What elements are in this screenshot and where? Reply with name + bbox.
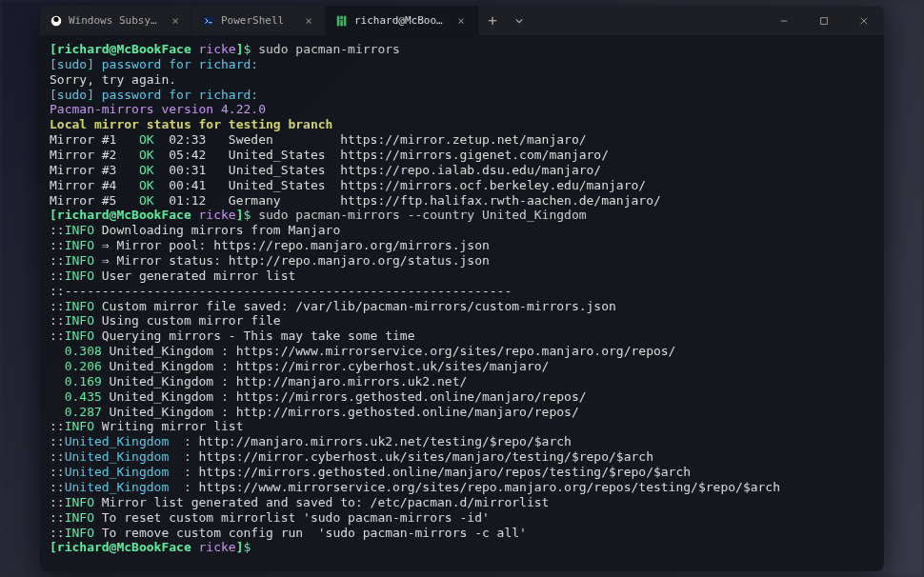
terminal-line: ::--------------------------------------… <box>50 284 874 299</box>
info-tag: INFO <box>65 223 94 237</box>
terminal-line: ::United_Kingdom : http://manjaro.mirror… <box>50 434 874 449</box>
mirror-ok: OK <box>139 193 154 208</box>
prompt-user-host: richard@McBookFace <box>57 540 191 554</box>
prompt-bracket: [ <box>50 42 57 56</box>
info-tag: INFO <box>65 510 94 525</box>
terminal-window: Windows Subsystem for Linux P × PowerShe… <box>40 6 884 571</box>
status-header: Local mirror status for testing branch <box>50 117 332 131</box>
titlebar: Windows Subsystem for Linux P × PowerShe… <box>40 6 884 36</box>
terminal-line: Sorry, try again. <box>50 72 874 88</box>
info-tag: INFO <box>65 299 94 313</box>
mirror-country: United_States <box>229 148 340 162</box>
terminal-line: Mirror #3 OK 00:31 United_States https:/… <box>50 163 874 178</box>
terminal-line: ::INFO Mirror list generated and saved t… <box>50 495 874 510</box>
prompt-dollar: $ <box>244 540 251 554</box>
terminal-line: 0.435 United_Kingdom : https://mirrors.g… <box>50 389 874 405</box>
info-tag: INFO <box>65 526 94 540</box>
terminal-line: [sudo] password for richard: <box>50 88 874 103</box>
close-icon[interactable]: × <box>169 14 182 28</box>
terminal-line: [richard@McBookFace ricke]$ sudo pacman-… <box>50 208 874 223</box>
svg-rect-4 <box>340 15 343 19</box>
prompt-bracket: [ <box>50 208 57 222</box>
mirror-num: Mirror #4 <box>50 178 139 192</box>
written-country: United_Kingdom <box>65 449 184 464</box>
tabs: Windows Subsystem for Linux P × PowerShe… <box>40 6 764 35</box>
terminal-line: ::INFO ⇒ Mirror status: http://repo.manj… <box>50 253 874 269</box>
svg-rect-5 <box>340 20 343 26</box>
terminal-line: ::INFO User generated mirror list <box>50 269 874 284</box>
terminal-line: 0.308 United_Kingdom : https://www.mirro… <box>50 344 874 359</box>
terminal-line: 0.206 United_Kingdom : https://mirror.cy… <box>50 359 874 374</box>
mirror-country: United_States <box>229 163 340 177</box>
info-tag: INFO <box>65 269 94 283</box>
written-country: United_Kingdom <box>65 434 184 448</box>
tux-icon <box>50 14 63 28</box>
terminal-line: [richard@McBookFace ricke]$ sudo pacman-… <box>50 42 874 57</box>
prompt-user-host: richard@McBookFace <box>57 208 191 222</box>
sudo-prompt: [sudo] password for richard: <box>50 88 258 102</box>
window-controls <box>764 6 884 35</box>
mirror-time: 02:33 <box>154 132 229 147</box>
tab-label: PowerShell <box>221 14 296 27</box>
svg-rect-3 <box>337 15 340 26</box>
tab-manjaro[interactable]: richard@McBookFace:/mnt/c/U × <box>326 6 478 35</box>
terminal-line: ::INFO Querying mirrors - This may take … <box>50 328 874 344</box>
mirror-ok: OK <box>139 148 154 162</box>
terminal-line: [richard@McBookFace ricke]$ <box>50 540 874 555</box>
tab-label: Windows Subsystem for Linux P <box>69 14 163 27</box>
query-time: 0.308 <box>65 344 102 358</box>
command: sudo pacman-mirrors --country United_Kin… <box>251 208 586 222</box>
prompt-bracket: ] <box>236 42 244 56</box>
mirror-num: Mirror #5 <box>50 193 139 208</box>
command: sudo pacman-mirrors <box>251 42 400 56</box>
terminal-line: ::INFO To remove custom config run 'sudo… <box>50 526 874 541</box>
query-time: 0.206 <box>65 359 102 373</box>
close-icon[interactable]: × <box>454 14 468 28</box>
mirror-ok: OK <box>139 132 154 147</box>
mirror-time: 01:12 <box>154 193 229 208</box>
close-button[interactable] <box>844 6 884 35</box>
terminal-line: Mirror #5 OK 01:12 Germany https://ftp.h… <box>50 193 874 209</box>
maximize-button[interactable] <box>804 6 844 35</box>
svg-rect-6 <box>344 15 347 26</box>
terminal-line: ::INFO Using custom mirror file <box>50 313 874 328</box>
svg-rect-7 <box>821 17 828 24</box>
query-time: 0.435 <box>65 389 102 404</box>
terminal-pane[interactable]: [richard@McBookFace ricke]$ sudo pacman-… <box>40 36 884 571</box>
mirror-time: 00:31 <box>154 163 229 177</box>
sudo-prompt: [sudo] password for richard: <box>50 57 258 71</box>
mirror-num: Mirror #3 <box>50 163 139 177</box>
terminal-line: ::INFO ⇒ Mirror pool: https://repo.manja… <box>50 238 874 253</box>
prompt-cwd: ricke <box>199 540 236 554</box>
terminal-line: 0.169 United_Kingdom : http://manjaro.mi… <box>50 374 874 389</box>
mirror-url: https://mirrors.gigenet.com/manjaro/ <box>340 148 609 162</box>
terminal-line: ::INFO Custom mirror file saved: /var/li… <box>50 299 874 314</box>
prompt-bracket: [ <box>50 540 57 554</box>
mirror-ok: OK <box>139 163 154 177</box>
minimize-button[interactable] <box>764 6 804 35</box>
tab-wsl[interactable]: Windows Subsystem for Linux P × <box>40 6 192 35</box>
terminal-line: ::INFO To reset custom mirrorlist 'sudo … <box>50 510 874 526</box>
mirror-url: https://mirror.zetup.net/manjaro/ <box>340 132 586 147</box>
sudo-error: Sorry, try again. <box>50 72 176 87</box>
mirror-num: Mirror #1 <box>50 132 139 147</box>
mirror-country: Sweden <box>229 132 340 147</box>
info-tag: INFO <box>65 419 94 433</box>
svg-point-1 <box>53 16 58 21</box>
tab-powershell[interactable]: PowerShell × <box>192 6 326 35</box>
close-icon[interactable]: × <box>302 14 315 28</box>
terminal-line: ::United_Kingdom : https://mirrors.getho… <box>50 465 874 480</box>
svg-rect-2 <box>204 16 214 25</box>
powershell-icon <box>202 14 215 28</box>
prompt-cwd: ricke <box>199 208 236 222</box>
tab-dropdown[interactable] <box>507 6 532 35</box>
terminal-line: ::INFO Writing mirror list <box>50 419 874 434</box>
new-tab-button[interactable]: + <box>478 6 507 35</box>
info-tag: INFO <box>65 495 94 509</box>
prompt-bracket: ] <box>236 540 244 554</box>
written-country: United_Kingdom <box>65 465 184 479</box>
terminal-line: Local mirror status for testing branch <box>50 117 874 132</box>
mirror-url: https://mirrors.ocf.berkeley.edu/manjaro… <box>340 178 646 192</box>
written-country: United_Kingdom <box>65 480 184 494</box>
terminal-line: 0.287 United_Kingdom : http://mirrors.ge… <box>50 405 874 420</box>
